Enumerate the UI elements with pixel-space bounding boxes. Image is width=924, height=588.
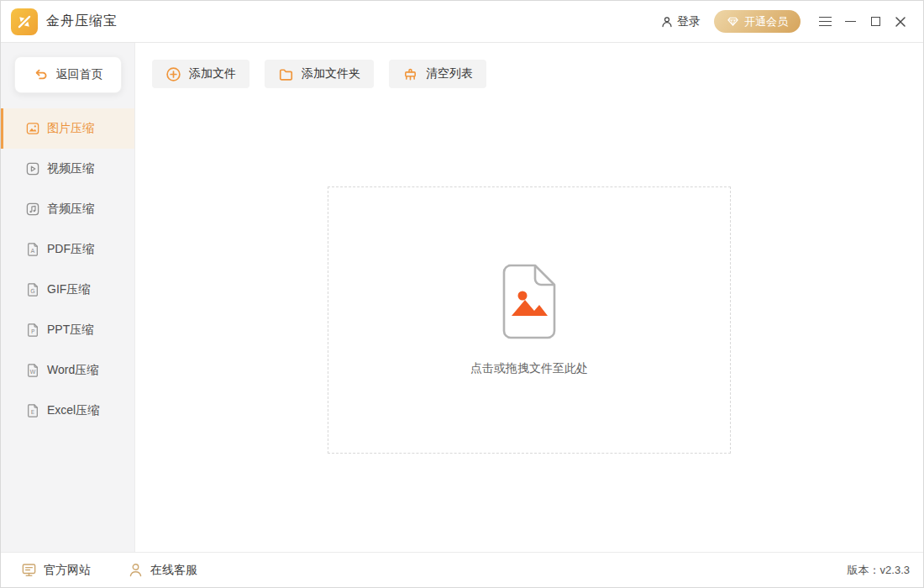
add-folder-button[interactable]: 添加文件夹	[265, 60, 374, 88]
add-folder-label: 添加文件夹	[302, 66, 360, 81]
toolbar: 添加文件 添加文件夹 清空列表	[135, 43, 923, 88]
sidebar-item-label: PPT压缩	[47, 323, 93, 338]
close-button[interactable]	[890, 11, 911, 33]
official-website-label: 官方网站	[44, 563, 91, 578]
image-icon	[25, 121, 40, 136]
support-person-icon	[128, 562, 144, 578]
login-button[interactable]: 登录	[660, 14, 701, 29]
pdf-icon: A	[25, 242, 40, 257]
sidebar-item-ppt[interactable]: P PPT压缩	[1, 310, 134, 350]
sidebar-item-audio[interactable]: 音频压缩	[1, 189, 134, 229]
svg-text:A: A	[31, 248, 35, 255]
sidebar-nav: 图片压缩 视频压缩 音频压缩 A PDF压缩 G GIF压缩 P PPT压缩 W…	[1, 108, 134, 431]
sidebar-item-label: GIF压缩	[47, 282, 90, 297]
add-file-label: 添加文件	[189, 66, 236, 81]
undo-arrow-icon	[34, 67, 49, 82]
folder-icon	[278, 66, 294, 82]
footer: 官方网站 在线客服 版本：v2.3.3	[1, 552, 923, 587]
online-support-label: 在线客服	[150, 563, 197, 578]
user-icon	[660, 15, 674, 29]
excel-icon: E	[25, 403, 40, 418]
ppt-icon: P	[25, 323, 40, 338]
minimize-button[interactable]	[839, 11, 861, 33]
menu-button[interactable]	[814, 11, 836, 33]
svg-text:G: G	[30, 288, 34, 295]
clear-list-button[interactable]: 清空列表	[389, 60, 486, 88]
gif-icon: G	[25, 282, 40, 297]
back-home-button[interactable]: 返回首页	[14, 56, 122, 93]
sidebar-item-label: PDF压缩	[47, 242, 94, 257]
sidebar-item-image[interactable]: 图片压缩	[1, 108, 134, 149]
dropzone-hint: 点击或拖拽文件至此处	[470, 361, 588, 376]
sidebar: 返回首页 图片压缩 视频压缩 音频压缩 A PDF压缩 G GIF压缩 P PP…	[1, 43, 135, 552]
vip-button[interactable]: 开通会员	[714, 10, 801, 33]
svg-text:E: E	[31, 409, 34, 416]
svg-text:W: W	[30, 369, 36, 375]
diamond-icon	[727, 15, 739, 28]
sidebar-item-gif[interactable]: G GIF压缩	[1, 270, 134, 310]
sidebar-item-excel[interactable]: E Excel压缩	[1, 391, 134, 431]
word-icon: W	[25, 363, 40, 378]
broom-icon	[402, 66, 418, 82]
app-title: 金舟压缩宝	[46, 13, 118, 30]
compress-star-icon	[16, 13, 33, 30]
version-label: 版本：v2.3.3	[848, 563, 910, 578]
sidebar-item-label: Word压缩	[47, 363, 98, 378]
sidebar-item-video[interactable]: 视频压缩	[1, 149, 134, 189]
sidebar-item-pdf[interactable]: A PDF压缩	[1, 229, 134, 270]
login-label: 登录	[677, 14, 701, 29]
sidebar-item-label: 视频压缩	[47, 161, 94, 176]
maximize-button[interactable]	[864, 11, 886, 33]
app-window: 金舟压缩宝 登录 开通会员	[0, 0, 924, 588]
online-support-link[interactable]: 在线客服	[128, 562, 197, 578]
monitor-icon	[21, 562, 37, 578]
vip-label: 开通会员	[744, 14, 788, 29]
back-home-label: 返回首页	[56, 67, 103, 82]
sidebar-item-label: 音频压缩	[47, 202, 94, 217]
sidebar-item-label: 图片压缩	[47, 121, 94, 136]
svg-text:P: P	[31, 328, 34, 335]
sidebar-item-label: Excel压缩	[47, 403, 99, 418]
image-file-icon	[497, 264, 561, 339]
add-circle-icon	[165, 66, 181, 82]
main-panel: 添加文件 添加文件夹 清空列表	[135, 43, 923, 552]
official-website-link[interactable]: 官方网站	[21, 562, 91, 578]
app-logo-icon	[11, 8, 38, 35]
add-file-button[interactable]: 添加文件	[152, 60, 249, 88]
close-icon	[895, 16, 906, 28]
video-icon	[25, 161, 40, 176]
titlebar: 金舟压缩宝 登录 开通会员	[1, 1, 923, 43]
sidebar-item-word[interactable]: W Word压缩	[1, 350, 134, 391]
audio-icon	[25, 202, 40, 217]
dropzone[interactable]: 点击或拖拽文件至此处	[328, 186, 731, 454]
clear-list-label: 清空列表	[426, 66, 473, 81]
